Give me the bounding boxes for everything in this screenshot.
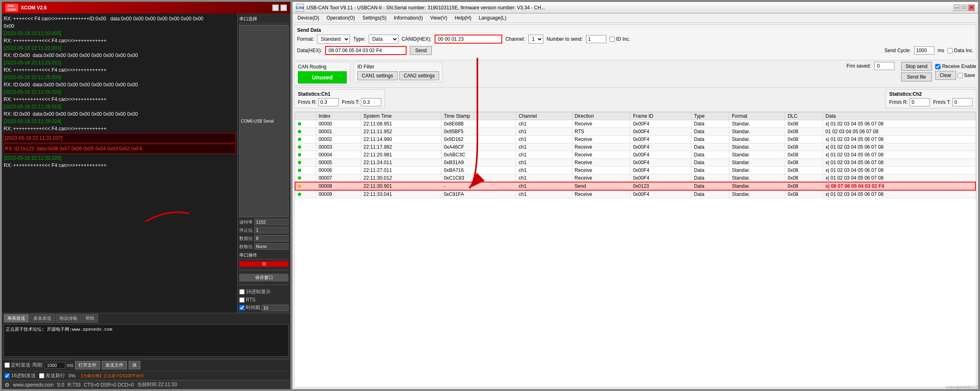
num-send-input[interactable] bbox=[586, 35, 606, 43]
parity-input[interactable] bbox=[254, 243, 289, 250]
stats-ch2-frms-r-input[interactable] bbox=[910, 98, 930, 106]
td-timestamp: 0xA46CF bbox=[441, 143, 516, 151]
parity-label: 校验位 bbox=[239, 244, 253, 250]
td-direction: Receive bbox=[572, 190, 630, 198]
table-row[interactable]: 00001 22:11:11.952 0x95BF5 ch1 RTS 0x00F… bbox=[295, 128, 976, 136]
menu-view[interactable]: View(V) bbox=[427, 14, 451, 22]
menu-help[interactable]: Help(H) bbox=[451, 14, 475, 22]
data-table-container[interactable]: Index System Time Time Stamp Channel Dir… bbox=[294, 112, 976, 387]
clear-btn[interactable]: Clear bbox=[935, 71, 956, 80]
table-row[interactable]: 00002 22:11:14.980 0x9D162 ch1 Receive 0… bbox=[295, 136, 976, 143]
table-row[interactable]: 00004 22:11:20.981 0xABC3C ch1 Receive 0… bbox=[295, 151, 976, 159]
xcom-close-btn[interactable]: ✕ bbox=[280, 4, 287, 11]
tab-single-send[interactable]: 单条发送 bbox=[4, 314, 29, 323]
tab-help[interactable]: 帮助 bbox=[82, 314, 98, 323]
table-row[interactable]: 00003 22:11:17.982 0xA46CF ch1 Receive 0… bbox=[295, 143, 976, 151]
hex-display-checkbox[interactable]: 16进制显示 bbox=[239, 288, 289, 295]
td-dlc: 0x08 bbox=[785, 128, 823, 136]
can2-settings-btn[interactable]: CAN2 settings bbox=[399, 71, 440, 80]
usbcan-minimize-btn[interactable]: — bbox=[954, 4, 960, 11]
xcom-statusbar: ⚙ www.openedv.com S:0 R:733 CTS=0 DSR=0 … bbox=[2, 380, 290, 389]
can-routing-box: CAN Routing Unused bbox=[294, 62, 350, 86]
menu-information[interactable]: Information(I) bbox=[391, 14, 426, 22]
td-sys-time: 22:11:14.980 bbox=[361, 136, 442, 143]
stop-label: 停止位 bbox=[239, 227, 253, 233]
usbcan-close-btn[interactable]: ✕ bbox=[968, 4, 975, 11]
port-input[interactable] bbox=[239, 25, 289, 217]
ad-link[interactable]: 【火爆全网】正点原子DS100手持示 bbox=[79, 373, 144, 379]
xcom-log[interactable]: RX: ++++<<< F4 can>>>+++++++++++ID:0x00 … bbox=[2, 13, 237, 313]
xcom-minimize-btn[interactable]: — bbox=[272, 4, 279, 11]
xcom-input-textarea[interactable]: 正点原子技术论坛: 开源电子网:www.openedv.com bbox=[4, 324, 289, 357]
stats-ch2-frms-t-input[interactable] bbox=[952, 98, 973, 106]
timestamp-checkbox[interactable]: 时间戳 bbox=[239, 304, 289, 311]
menu-settings[interactable]: Settings(S) bbox=[359, 14, 389, 22]
table-row[interactable]: 00007 22:11:30.012 0xC1C83 ch1 Receive 0… bbox=[295, 174, 976, 182]
th-timestamp: Time Stamp bbox=[441, 112, 516, 120]
send-file-btn[interactable]: Send file bbox=[901, 72, 932, 81]
serial-ops-btn[interactable] bbox=[239, 261, 289, 267]
hex-send-checkbox[interactable]: 16进制发送 bbox=[4, 372, 36, 379]
stats-ch1-frms-r-input[interactable] bbox=[318, 98, 339, 106]
open-file-btn[interactable]: 打开文件 bbox=[75, 361, 100, 369]
save-label: Save bbox=[964, 72, 975, 78]
rts-checkbox[interactable]: RTS bbox=[239, 297, 289, 303]
usbcan-restore-btn[interactable]: □ bbox=[961, 4, 967, 11]
td-sys-time: 22:11:08.951 bbox=[361, 120, 442, 128]
format-select[interactable]: Standard Extended bbox=[317, 35, 350, 44]
table-row[interactable]: 00005 22:11:24.011 0xB31A9 ch1 Receive 0… bbox=[295, 159, 976, 167]
watermark: CSDN@好样的汪汪 bbox=[946, 385, 978, 390]
gear-icon[interactable]: ⚙ bbox=[4, 382, 10, 388]
receive-enable-checkbox[interactable] bbox=[935, 64, 941, 69]
right-action-btns: Stop send Send file bbox=[901, 62, 932, 81]
stats-ch1-frms-t-input[interactable] bbox=[361, 98, 381, 106]
send-file-btn[interactable]: 发送文件 bbox=[102, 361, 127, 369]
data-inc-checkbox[interactable]: Data Inc. bbox=[947, 48, 973, 53]
data-hex-input[interactable] bbox=[325, 46, 407, 55]
td-timestamp: 0xABC3C bbox=[441, 151, 516, 159]
td-channel: ch1 bbox=[516, 190, 572, 198]
td-frame-id: 0x0123 bbox=[630, 182, 691, 190]
tab-protocol-transfer[interactable]: 协议传输 bbox=[56, 314, 81, 323]
save-window-btn[interactable]: 保存窗口 bbox=[239, 274, 289, 281]
id-inc-checkbox[interactable]: ID Inc. bbox=[610, 36, 630, 42]
baud-input[interactable] bbox=[254, 219, 289, 225]
clear-save-row: Clear Save bbox=[935, 71, 976, 80]
td-format: Standar. bbox=[729, 174, 785, 182]
table-row[interactable]: 00008 22:11:30.901 - ch1 Send 0x0123 Dat… bbox=[295, 182, 976, 190]
td-channel: ch1 bbox=[516, 143, 572, 151]
menu-device[interactable]: Device(D) bbox=[294, 14, 322, 22]
type-select[interactable]: Data Remote bbox=[369, 35, 398, 44]
save-checkbox[interactable]: Save bbox=[958, 72, 975, 78]
menu-language[interactable]: Language(L) bbox=[475, 14, 510, 22]
unused-button[interactable]: Unused bbox=[298, 71, 347, 83]
td-dlc: 0x08 bbox=[785, 151, 823, 159]
usbcan-menubar: Device(D) Operation(O) Settings(S) Infor… bbox=[293, 13, 978, 23]
log-entry: [2023-05-18 22:11:22.001] bbox=[4, 44, 236, 52]
stop-send-btn[interactable]: Stop send bbox=[901, 62, 932, 71]
stats-ch2: Statistics:Ch2 Frm/s R: Frm/s T: bbox=[886, 89, 976, 108]
data-input[interactable] bbox=[254, 235, 289, 242]
send-button[interactable]: Send bbox=[410, 46, 432, 55]
scheduled-send-checkbox[interactable]: 定时发送 bbox=[4, 362, 31, 369]
channel-select[interactable]: 1 2 bbox=[528, 35, 543, 44]
table-row[interactable]: 00000 22:11:08.951 0x8E68B ch1 Receive 0… bbox=[295, 120, 976, 128]
table-row[interactable]: 00006 22:11:27.011 0xBA716 ch1 Receive 0… bbox=[295, 167, 976, 174]
canid-input[interactable] bbox=[435, 35, 502, 44]
td-dlc: 0x08 bbox=[785, 159, 823, 167]
table-row[interactable]: 00009 22:11:33.041 0xC91FA ch1 Receive 0… bbox=[295, 190, 976, 198]
td-dlc: 0x08 bbox=[785, 143, 823, 151]
can1-settings-btn[interactable]: CAN1 settings bbox=[357, 71, 398, 80]
td-type: Data bbox=[691, 120, 729, 128]
stop-input[interactable] bbox=[254, 227, 289, 233]
frm-saved-input[interactable] bbox=[874, 62, 895, 70]
tab-multi-send[interactable]: 多条发送 bbox=[30, 314, 55, 323]
usbcan-title: USB-CAN Tool V9.11 - USBCAN-II - SN:Seri… bbox=[306, 5, 545, 11]
menu-operation[interactable]: Operation(O) bbox=[323, 14, 358, 22]
extra-btn[interactable]: 保 bbox=[129, 361, 140, 369]
send-newline-checkbox[interactable]: 发送新行 bbox=[39, 372, 65, 379]
period-input[interactable] bbox=[45, 362, 65, 369]
send-cycle-input[interactable] bbox=[914, 46, 934, 55]
stats-ch2-frms-t: Frm/s T: bbox=[933, 98, 973, 106]
td-channel: ch1 bbox=[516, 159, 572, 167]
